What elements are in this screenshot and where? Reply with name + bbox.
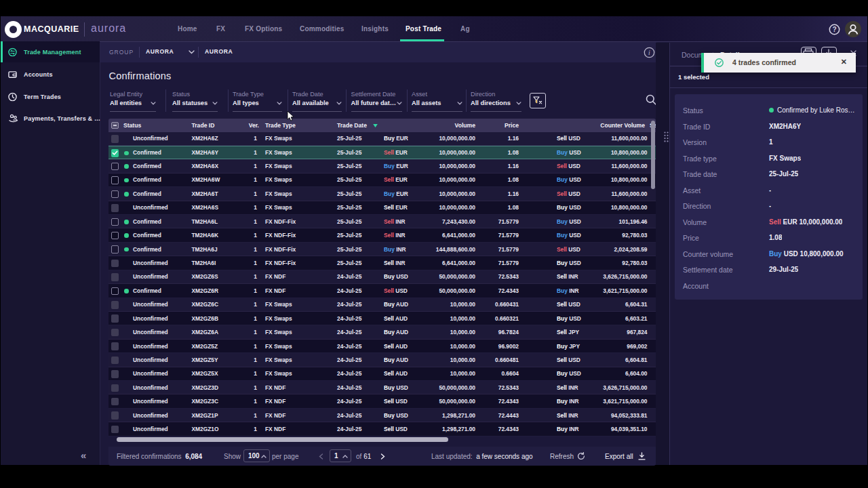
svg-text:i: i xyxy=(648,49,650,56)
svg-text:?: ? xyxy=(832,26,836,33)
